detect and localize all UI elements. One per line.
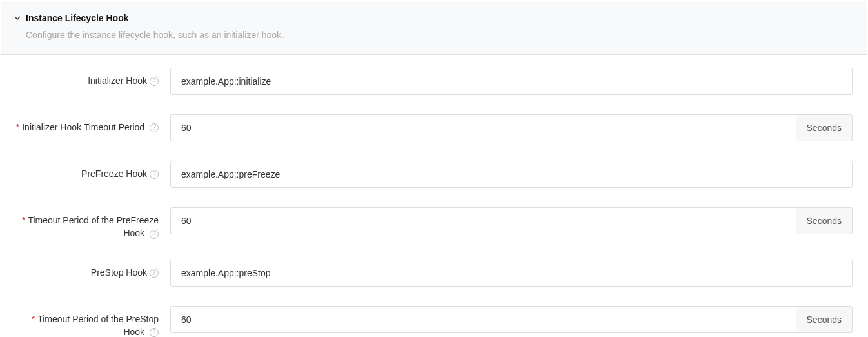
required-asterisk: *: [32, 314, 35, 324]
unit-label: Seconds: [796, 114, 853, 141]
form-row-initializer: Initializer Hook?: [15, 68, 853, 95]
required-asterisk: *: [16, 122, 19, 132]
panel-body: Initializer Hook? *Initializer Hook Time…: [1, 55, 867, 337]
form-row-initializer-timeout: *Initializer Hook Timeout Period ? Secon…: [15, 114, 853, 141]
help-icon[interactable]: ?: [150, 230, 159, 239]
unit-label: Seconds: [796, 306, 853, 333]
unit-label: Seconds: [796, 207, 853, 234]
form-row-prestop-timeout: *Timeout Period of the PreStop Hook ? Se…: [15, 306, 853, 337]
form-row-prestop: PreStop Hook?: [15, 260, 853, 287]
help-icon[interactable]: ?: [150, 269, 159, 278]
label-prefreeze-timeout: *Timeout Period of the PreFreeze Hook ?: [15, 207, 170, 240]
prefreeze-timeout-input[interactable]: [170, 207, 796, 234]
label-prestop-timeout: *Timeout Period of the PreStop Hook ?: [15, 306, 170, 337]
label-initializer: Initializer Hook?: [15, 68, 170, 87]
initializer-timeout-input[interactable]: [170, 114, 796, 141]
chevron-down-icon[interactable]: [14, 15, 21, 21]
prestop-hook-input[interactable]: [170, 260, 853, 287]
label-initializer-timeout: *Initializer Hook Timeout Period ?: [15, 114, 170, 134]
prefreeze-hook-input[interactable]: [170, 161, 853, 188]
panel-title: Instance Lifecycle Hook: [26, 13, 129, 23]
label-prestop: PreStop Hook?: [15, 260, 170, 279]
prestop-timeout-input[interactable]: [170, 306, 796, 333]
required-asterisk: *: [22, 215, 25, 225]
form-row-prefreeze: PreFreeze Hook?: [15, 161, 853, 188]
panel-description: Configure the instance lifecycle hook, s…: [26, 30, 854, 40]
label-prefreeze: PreFreeze Hook?: [15, 161, 170, 180]
initializer-hook-input[interactable]: [170, 68, 853, 95]
form-row-prefreeze-timeout: *Timeout Period of the PreFreeze Hook ? …: [15, 207, 853, 240]
help-icon[interactable]: ?: [150, 123, 159, 132]
help-icon[interactable]: ?: [150, 77, 159, 86]
panel-header: Instance Lifecycle Hook Configure the in…: [1, 1, 867, 55]
help-icon[interactable]: ?: [150, 170, 159, 179]
help-icon[interactable]: ?: [150, 328, 159, 337]
lifecycle-hook-panel: Instance Lifecycle Hook Configure the in…: [1, 1, 867, 337]
